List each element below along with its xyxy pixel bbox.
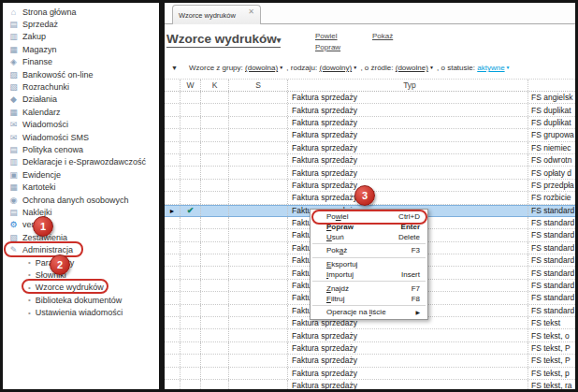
- cell-name: FS opłaty d: [528, 167, 575, 178]
- table-row[interactable]: Faktura sprzedażyFS duplikat: [165, 117, 575, 129]
- cell-w: [181, 129, 201, 140]
- sidebar-item-kartoteki[interactable]: ▦Kartoteki: [3, 181, 159, 193]
- cell-k: [201, 342, 229, 354]
- sidebar-item-label: Sprzedaż: [22, 20, 58, 29]
- column-header-Typ[interactable]: Typ: [288, 80, 528, 91]
- table-header-row: WKSTyp: [165, 79, 575, 92]
- cell-s: [229, 206, 288, 216]
- menu-item-label: Filtruj: [326, 295, 345, 303]
- cell-s: [229, 292, 288, 303]
- cell-name: FS duplikat: [528, 104, 575, 115]
- chevron-down-icon: ▼: [279, 65, 283, 70]
- sidebar-item-polityka-cenowa[interactable]: ▤Polityka cenowa: [3, 143, 159, 155]
- menu-item-znajdz[interactable]: ZnajdźF7: [311, 283, 427, 294]
- column-header-blank[interactable]: [165, 80, 181, 91]
- sidebar-item-wiadomo-ci[interactable]: ✉Wiadomości: [3, 119, 159, 131]
- cell-k: [201, 305, 229, 316]
- row-selector-cell: [165, 254, 181, 266]
- sidebar-item-label: Rozrachunki: [22, 82, 69, 92]
- row-selector-cell: [165, 192, 181, 203]
- sidebar-item-wiadomo-ci-sms[interactable]: ✉Wiadomości SMS: [3, 131, 159, 143]
- cell-w: [181, 317, 201, 328]
- row-selector-cell: [165, 380, 181, 389]
- column-header-K[interactable]: K: [201, 80, 229, 91]
- filter-source-dropdown[interactable]: (dowolne): [396, 64, 428, 72]
- table-row[interactable]: Faktura sprzedażyFS tekst, o: [165, 329, 575, 341]
- sidebar-item-dzia-ania[interactable]: ◆Działania: [3, 94, 159, 106]
- menu-item-filtruj[interactable]: FiltrujF8: [311, 294, 427, 304]
- cell-k: [201, 180, 229, 191]
- powiel-link[interactable]: Powiel: [315, 32, 338, 40]
- sidebar-item-kalendarz[interactable]: ▦Kalendarz: [3, 106, 159, 118]
- sidebar-item-finanse[interactable]: ◈Finanse: [3, 56, 159, 68]
- cell-s: [229, 154, 288, 166]
- table-row[interactable]: Faktura sprzedażyFS tekst, P: [165, 342, 575, 355]
- sidebar-item-magazyn[interactable]: ▦Magazyn: [3, 43, 159, 55]
- table-row[interactable]: Faktura sprzedażyFS angielsk: [165, 92, 575, 104]
- table-row[interactable]: Faktura sprzedażyFS tekst, p: [165, 368, 575, 380]
- menu-item-label: Eksportuj: [326, 260, 357, 269]
- sidebar-item-sprzeda-[interactable]: ▤Sprzedaż: [3, 18, 159, 30]
- cell-name: FS tekst, ra: [528, 380, 575, 389]
- menu-item-operacje-na-liscie[interactable]: Operacje na liście▶: [311, 307, 427, 317]
- column-header-S[interactable]: S: [229, 80, 288, 91]
- popraw-link[interactable]: Popraw: [315, 43, 340, 51]
- sidebar-item-naklejki[interactable]: ▤Naklejki: [3, 206, 159, 218]
- table-row[interactable]: Faktura sprzedażyFS grupowa: [165, 129, 575, 141]
- table-row[interactable]: Faktura sprzedażyFS tekst, ra: [165, 380, 575, 389]
- sidebar-subitem-parametry[interactable]: •Parametry: [3, 256, 159, 269]
- tab-label: Wzorce wydruków: [179, 11, 236, 20]
- cell-k: [201, 92, 229, 103]
- sidebar-item-deklaracje-i-e-sprawozdawczo-[interactable]: ▥Deklaracje i e-Sprawozdawczość: [3, 156, 159, 168]
- cell-w: [181, 167, 201, 178]
- tab-close-icon[interactable]: ✕: [248, 8, 254, 16]
- menu-item-pokaz[interactable]: PokażF3: [311, 245, 427, 255]
- table-row[interactable]: Faktura sprzedażyFS tekst, P: [165, 355, 575, 367]
- cell-k: [201, 117, 229, 128]
- cell-w: [181, 267, 201, 278]
- sidebar-item-bankowo-on-line[interactable]: ▨Bankowość on-line: [3, 68, 159, 80]
- declarations-icon: ▥: [8, 157, 19, 167]
- menu-item-importuj[interactable]: ImportujInsert: [311, 269, 427, 280]
- table-row[interactable]: Faktura sprzedażyFS duplikat: [165, 104, 575, 116]
- catalogs-icon: ▦: [8, 182, 19, 193]
- menu-separator: [312, 305, 426, 306]
- cell-typ: Faktura sprzedaży: [288, 380, 528, 389]
- home-icon: ⌂: [8, 7, 19, 17]
- column-header-blank[interactable]: [528, 80, 575, 91]
- cell-k: [201, 129, 229, 140]
- sidebar-item-vendero[interactable]: ⚙vendero: [3, 219, 159, 231]
- filter-group-dropdown[interactable]: (dowolna): [245, 64, 278, 72]
- annotation-badge-1: 1: [33, 216, 53, 237]
- column-header-W[interactable]: W: [181, 80, 201, 91]
- pokaz-link[interactable]: Pokaż: [372, 32, 393, 40]
- sidebar-subitem-biblioteka-dokument-w[interactable]: •Biblioteka dokumentów: [3, 294, 159, 306]
- sidebar-item-zakup[interactable]: ▥Zakup: [3, 31, 159, 43]
- sidebar-item-ewidencje[interactable]: ▣Ewidencje: [3, 168, 159, 181]
- table-row[interactable]: Faktura sprzedażyFS odwrotn: [165, 154, 575, 167]
- filter-status-dropdown[interactable]: aktywne: [477, 64, 504, 72]
- sidebar-item-label: Wiadomości: [22, 120, 68, 129]
- sidebar-subitem-ustawienia-wiadomo-ci[interactable]: •Ustawienia wiadomości: [3, 306, 159, 318]
- sidebar-item-rozrachunki[interactable]: ▧Rozrachunki: [3, 80, 159, 93]
- table-row[interactable]: Faktura sprzedażyFS opłaty d: [165, 167, 575, 179]
- sidebar-item-label: Kartoteki: [22, 182, 56, 192]
- page-title-dropdown[interactable]: Wzorce wydruków▾: [166, 32, 281, 48]
- menu-item-eksportuj[interactable]: Eksportuj: [311, 259, 427, 269]
- sidebar-item-label: Naklejki: [22, 208, 52, 217]
- sidebar-item-ochrona-danych-osobowych[interactable]: ◉Ochrona danych osobowych: [3, 194, 159, 206]
- menu-item-usun[interactable]: UsuńDelete: [311, 232, 427, 242]
- filter-type-label: , rodzaju:: [286, 64, 317, 72]
- table-row[interactable]: Faktura sprzedażyFS niemiec: [165, 142, 575, 154]
- sidebar-item-strona-g-wna[interactable]: ⌂Strona główna: [3, 6, 159, 18]
- cell-s: [229, 280, 288, 291]
- cell-name: FS tekst: [528, 317, 575, 328]
- cell-s: [229, 380, 288, 389]
- filter-type-dropdown[interactable]: (dowolny): [320, 64, 353, 72]
- tab-wzorce-wydrukow[interactable]: Wzorce wydruków ✕: [172, 5, 261, 24]
- row-selector-cell: [165, 154, 181, 166]
- cell-name: FS tekst, P: [528, 342, 575, 354]
- cell-s: [229, 267, 288, 278]
- row-selector-cell: [165, 142, 181, 153]
- filter-icon[interactable]: ▼: [171, 65, 178, 71]
